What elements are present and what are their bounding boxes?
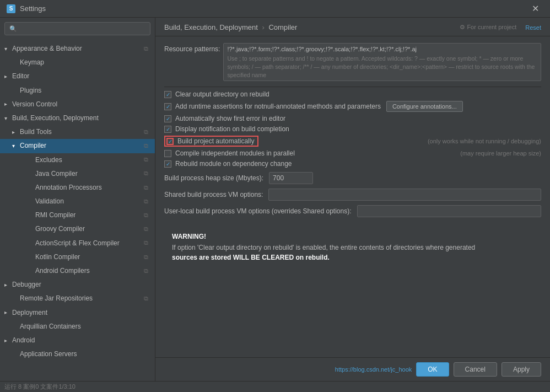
sidebar-item-validation[interactable]: Validation⧉ — [0, 195, 155, 208]
arrow-icon: ▸ — [4, 281, 12, 289]
sidebar-item-application-servers[interactable]: Application Servers — [0, 347, 155, 361]
main-header: Build, Execution, Deployment › Compiler … — [155, 18, 550, 36]
sidebar-item-deployment[interactable]: ▸Deployment — [0, 306, 155, 320]
resource-value[interactable]: !?*.java;!?*.form;!?*.class;!?*.groovy;!… — [227, 45, 537, 53]
shared-vm-input[interactable] — [268, 189, 541, 201]
checkbox-build-automatically[interactable]: ✓Build project automatically — [164, 136, 258, 147]
title-bar: S Settings ✕ — [0, 0, 550, 18]
resource-label: Resource patterns: — [164, 43, 220, 53]
sidebar-item-debugger[interactable]: ▸Debugger — [0, 278, 155, 292]
main-panel: Build, Execution, Deployment › Compiler … — [155, 18, 550, 381]
sidebar-item-label: Plugins — [20, 85, 150, 96]
heap-input[interactable] — [269, 172, 313, 184]
header-right: ⚙ For current project Reset — [460, 24, 541, 31]
sidebar-item-appearance-behavior[interactable]: ▾Appearance & Behavior⧉ — [0, 42, 155, 56]
sidebar-item-label: Application Servers — [20, 349, 150, 359]
ok-button[interactable]: OK — [416, 362, 449, 377]
copy-icon: ⧉ — [142, 267, 150, 276]
sidebar-item-android[interactable]: ▸Android — [0, 334, 155, 347]
sidebar-item-label: Java Compiler — [35, 169, 142, 179]
copy-icon: ⧉ — [142, 45, 150, 53]
option-label-runtime-assertions: Add runtime assertions for notnull-annot… — [175, 103, 381, 110]
warning-title: WARNING! — [172, 233, 533, 240]
sidebar-item-java-compiler[interactable]: Java Compiler⧉ — [0, 167, 155, 181]
sidebar-item-build-execution-deployment[interactable]: ▾Build, Execution, Deployment — [0, 111, 155, 125]
checkbox-display-notification[interactable]: ✓Display notification on build completio… — [164, 125, 289, 133]
checkbox-box-compile-parallel — [164, 150, 171, 157]
sidebar-item-label: Groovy Compiler — [35, 224, 142, 234]
reset-button[interactable]: Reset — [525, 24, 541, 31]
user-vm-row: User-local build process VM options (ove… — [164, 205, 541, 217]
sidebar-item-excludes[interactable]: Excludes⧉ — [0, 153, 155, 167]
sidebar-item-annotation-processors[interactable]: Annotation Processors⧉ — [0, 181, 155, 195]
sidebar-item-label: RMI Compiler — [35, 210, 142, 221]
checkbox-compile-parallel[interactable]: Compile independent modules in parallel — [164, 149, 295, 157]
cancel-button[interactable]: Cancel — [454, 362, 497, 377]
option-row-runtime-assertions: ✓Add runtime assertions for notnull-anno… — [164, 101, 541, 112]
search-icon: 🔍 — [9, 25, 17, 33]
sidebar-item-arquillian-containers[interactable]: Arquillian Containers — [0, 320, 155, 334]
breadcrumb-left: Build, Execution, Deployment — [164, 23, 258, 31]
checkbox-runtime-assertions[interactable]: ✓Add runtime assertions for notnull-anno… — [164, 103, 381, 110]
apply-button[interactable]: Apply — [502, 362, 541, 377]
copy-icon: ⧉ — [142, 197, 150, 206]
sidebar-item-build-tools[interactable]: ▸Build Tools⧉ — [0, 125, 155, 139]
sidebar-item-compiler[interactable]: ▾Compiler⧉ — [0, 139, 155, 153]
warning-text: If option 'Clear output directory on reb… — [172, 243, 533, 262]
heap-size-row: Build process heap size (Mbytes): — [164, 172, 541, 184]
checkbox-box-build-automatically: ✓ — [166, 138, 174, 145]
sidebar: 🔍 ▾Appearance & Behavior⧉Keymap▸EditorPl… — [0, 18, 155, 381]
sidebar-item-android-compilers[interactable]: Android Compilers⧉ — [0, 264, 155, 278]
close-button[interactable]: ✕ — [527, 1, 543, 16]
sidebar-item-label: Arquillian Containers — [20, 321, 150, 332]
for-project-label: ⚙ For current project — [460, 24, 516, 31]
sidebar-item-label: Remote Jar Repositories — [20, 293, 142, 304]
resource-patterns-row: Resource patterns: !?*.java;!?*.form;!?*… — [164, 43, 541, 81]
search-box[interactable]: 🔍 — [4, 22, 150, 35]
arrow-icon: ▾ — [4, 114, 12, 123]
option-label-display-notification: Display notification on build completion — [175, 125, 289, 133]
arrow-icon: ▾ — [4, 45, 12, 53]
checkbox-clear-output[interactable]: ✓Clear output directory on rebuild — [164, 90, 269, 98]
divider-1 — [164, 87, 541, 87]
copy-icon: ⧉ — [142, 211, 150, 220]
sidebar-item-label: Editor — [12, 71, 150, 82]
sidebar-item-actionscript-flex[interactable]: ActionScript & Flex Compiler⧉ — [0, 237, 155, 250]
footer: https://blog.csdn.net/jc_hook OK Cancel … — [155, 357, 550, 381]
copy-icon: ⧉ — [142, 169, 150, 178]
option-label-build-automatically: Build project automatically — [177, 137, 254, 145]
sidebar-item-label: Validation — [35, 196, 142, 207]
sidebar-item-rmi-compiler[interactable]: RMI Compiler⧉ — [0, 208, 155, 222]
sidebar-item-kotlin-compiler[interactable]: Kotlin Compiler⧉ — [0, 250, 155, 264]
search-input[interactable] — [19, 25, 145, 33]
sidebar-item-label: Debugger — [12, 280, 150, 290]
app-icon: S — [7, 4, 15, 13]
option-row-display-notification: ✓Display notification on build completio… — [164, 125, 541, 133]
arrow-icon: ▸ — [4, 72, 12, 81]
window-title: Settings — [20, 4, 527, 13]
checkbox-rebuild-module[interactable]: ✓Rebuild module on dependency change — [164, 160, 292, 168]
copy-icon: ⧉ — [142, 183, 150, 192]
sidebar-item-editor[interactable]: ▸Editor — [0, 69, 155, 83]
option-label-clear-output: Clear output directory on rebuild — [175, 90, 269, 98]
user-vm-input[interactable] — [357, 205, 542, 217]
sidebar-item-plugins[interactable]: Plugins — [0, 84, 155, 98]
sidebar-item-remote-jar-repos[interactable]: Remote Jar Repositories⧉ — [0, 292, 155, 305]
sidebar-item-keymap[interactable]: Keymap — [0, 56, 155, 69]
option-label-show-first-error: Automatically show first error in editor — [175, 115, 285, 122]
copy-icon: ⧉ — [142, 225, 150, 234]
sidebar-item-groovy-compiler[interactable]: Groovy Compiler⧉ — [0, 222, 155, 236]
shared-vm-row: Shared build process VM options: — [164, 189, 541, 201]
resource-input-wrap: !?*.java;!?*.form;!?*.class;!?*.groovy;!… — [223, 43, 541, 81]
copy-icon: ⧉ — [142, 253, 150, 261]
warning-box: WARNING! If option 'Clear output directo… — [164, 226, 541, 269]
arrow-icon: ▸ — [4, 308, 12, 317]
checkbox-show-first-error[interactable]: ✓Automatically show first error in edito… — [164, 115, 285, 122]
sidebar-item-label: Appearance & Behavior — [12, 44, 142, 54]
configure-annotations-button[interactable]: Configure annotations... — [386, 101, 463, 112]
sidebar-item-version-control[interactable]: ▸Version Control — [0, 98, 155, 111]
sidebar-item-label: Android — [12, 335, 150, 346]
checkbox-box-clear-output: ✓ — [164, 91, 171, 98]
copy-icon: ⧉ — [142, 294, 150, 303]
arrow-icon: ▸ — [4, 336, 12, 345]
